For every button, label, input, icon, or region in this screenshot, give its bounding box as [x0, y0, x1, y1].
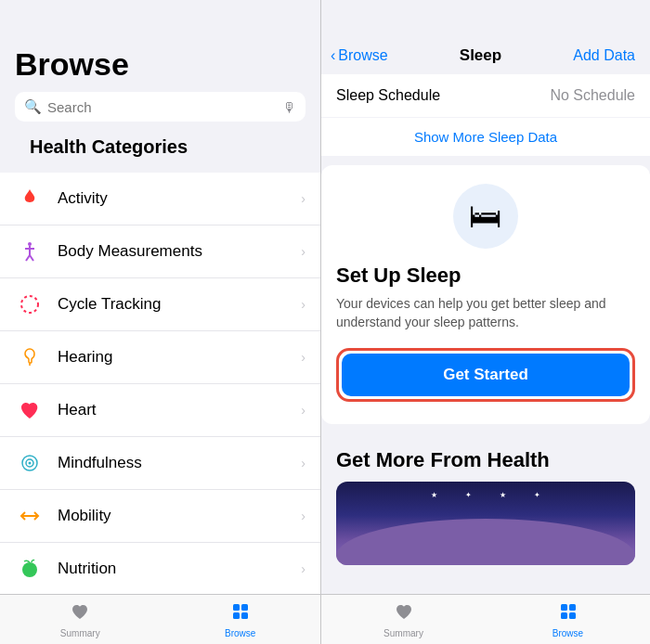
tab-browse-icon [230, 601, 251, 626]
stars: ★ ✦ ★ ✦ [336, 491, 635, 499]
cycle-icon [15, 290, 45, 319]
left-header: Browse 🔍 🎙 Health Categories [0, 0, 320, 173]
get-started-button[interactable]: Get Started [342, 354, 630, 396]
heart-icon [15, 395, 45, 425]
sleep-schedule-value: No Schedule [550, 87, 635, 104]
nutrition-chevron-icon: › [301, 561, 306, 576]
tab-summary-icon [70, 601, 90, 626]
tab-summary-icon [394, 601, 414, 626]
heart-label: Heart [58, 401, 301, 419]
body-icon [15, 237, 45, 266]
cycle-label: Cycle Tracking [58, 295, 301, 314]
back-label: Browse [338, 47, 387, 64]
cycle-chevron-icon: › [301, 297, 306, 312]
chevron-left-icon: ‹ [331, 47, 335, 64]
page-title: Sleep [460, 46, 501, 65]
body-label: Body Measurements [58, 242, 301, 261]
mobility-chevron-icon: › [301, 509, 306, 523]
tab-browse-label: Browse [225, 628, 255, 638]
svg-point-10 [22, 562, 37, 577]
tab-summary[interactable]: Summary [0, 595, 161, 644]
bed-icon: 🛏 [453, 184, 518, 249]
svg-point-0 [28, 242, 32, 246]
category-item-nutrition[interactable]: Nutrition› [0, 543, 320, 594]
add-data-button[interactable]: Add Data [573, 47, 635, 64]
right-header: ‹ Browse Sleep Add Data [321, 0, 650, 74]
svg-rect-11 [233, 604, 240, 611]
sleep-card-description: Your devices can help you get better sle… [336, 295, 635, 331]
svg-rect-17 [561, 612, 567, 619]
heart-chevron-icon: › [301, 403, 306, 418]
svg-rect-15 [561, 604, 567, 611]
category-item-mobility[interactable]: Mobility› [0, 490, 320, 543]
right-panel: ‹ Browse Sleep Add Data Sleep Schedule N… [320, 0, 650, 644]
svg-rect-16 [569, 604, 576, 611]
microphone-icon: 🎙 [282, 99, 296, 115]
tab-browse[interactable]: Browse [486, 595, 650, 644]
search-input[interactable] [47, 99, 277, 115]
nutrition-icon [15, 554, 45, 584]
star-4: ✦ [534, 491, 540, 499]
hearing-chevron-icon: › [301, 350, 306, 365]
search-bar: 🔍 🎙 [15, 92, 306, 122]
svg-rect-14 [241, 612, 248, 619]
sleep-card-title: Set Up Sleep [336, 264, 635, 288]
get-more-title: Get More From Health [321, 433, 650, 482]
tab-summary-label: Summary [60, 628, 100, 638]
star-1: ★ [431, 491, 437, 499]
night-scene-image: ★ ✦ ★ ✦ [336, 482, 635, 565]
browse-title: Browse [15, 46, 306, 83]
body-chevron-icon: › [301, 244, 306, 259]
mobility-icon [15, 501, 45, 531]
category-item-mindfulness[interactable]: Mindfulness› [0, 437, 320, 490]
show-more-row: Show More Sleep Data [321, 118, 650, 156]
search-icon: 🔍 [24, 98, 42, 115]
svg-line-4 [30, 255, 33, 261]
category-item-body[interactable]: Body Measurements› [0, 225, 320, 278]
activity-icon [15, 184, 45, 213]
nutrition-label: Nutrition [58, 560, 301, 578]
tab-bar-right: Summary Browse [321, 594, 650, 644]
hearing-label: Hearing [58, 348, 301, 367]
tab-bar-left: Summary Browse [0, 594, 320, 644]
tab-browse-label: Browse [552, 628, 583, 638]
sleep-schedule-label: Sleep Schedule [336, 87, 440, 104]
hearing-icon [15, 342, 45, 372]
mindfulness-chevron-icon: › [301, 456, 306, 470]
night-image-container: ★ ✦ ★ ✦ [321, 482, 650, 580]
activity-label: Activity [58, 189, 301, 208]
right-content: Sleep Schedule No Schedule Show More Sle… [321, 74, 650, 594]
activity-chevron-icon: › [301, 191, 306, 206]
sleep-schedule-row: Sleep Schedule No Schedule [321, 74, 650, 117]
category-item-cycle[interactable]: Cycle Tracking› [0, 278, 320, 331]
svg-rect-12 [241, 604, 248, 611]
sleep-card: 🛏 Set Up Sleep Your devices can help you… [321, 165, 650, 424]
get-started-button-wrap: Get Started [336, 348, 635, 402]
category-item-activity[interactable]: Activity› [0, 173, 320, 225]
svg-point-5 [21, 296, 38, 313]
category-item-hearing[interactable]: Hearing› [0, 331, 320, 384]
star-3: ★ [500, 491, 506, 499]
section-title: Health Categories [15, 122, 306, 165]
categories-list: Activity› Body Measurements› Cycle Track… [0, 173, 320, 594]
sleep-illustration: 🛏 [336, 184, 635, 249]
left-panel: Browse 🔍 🎙 Health Categories Activity› B… [0, 0, 320, 644]
mobility-label: Mobility [58, 507, 301, 525]
show-more-sleep-link[interactable]: Show More Sleep Data [414, 129, 557, 145]
tab-summary-label: Summary [384, 628, 423, 638]
category-item-heart[interactable]: Heart› [0, 384, 320, 437]
tab-summary[interactable]: Summary [321, 595, 486, 644]
back-button[interactable]: ‹ Browse [331, 47, 388, 64]
svg-rect-18 [569, 612, 576, 619]
star-2: ✦ [465, 491, 472, 499]
tab-browse[interactable]: Browse [161, 595, 321, 644]
night-hill [336, 519, 635, 565]
svg-point-8 [29, 462, 32, 465]
mindfulness-icon [15, 448, 45, 478]
tab-browse-icon [558, 601, 578, 626]
mindfulness-label: Mindfulness [58, 454, 301, 472]
svg-rect-13 [233, 612, 240, 619]
